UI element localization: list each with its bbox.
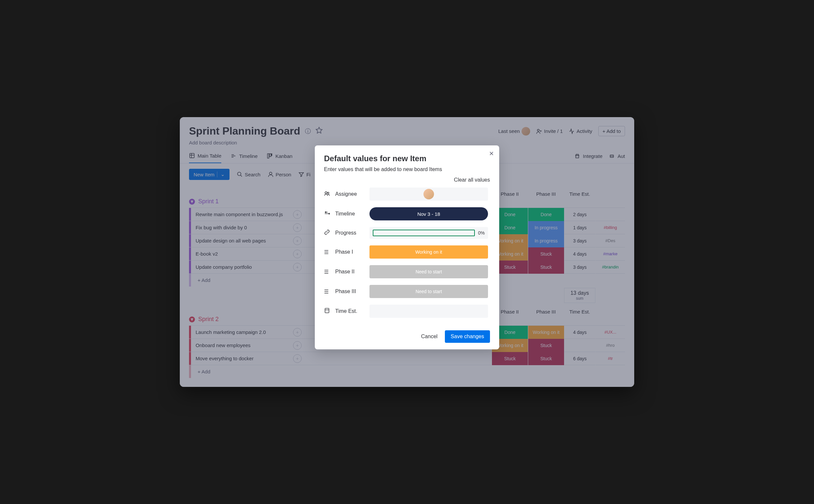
progress-pct: 0% <box>478 230 485 236</box>
people-icon <box>324 190 331 198</box>
progress-bar <box>373 230 475 236</box>
list-icon: ☰ <box>324 269 331 275</box>
save-button[interactable]: Save changes <box>445 330 490 343</box>
link-icon <box>324 229 331 237</box>
modal-title: Default values for new Item <box>324 154 490 163</box>
phase2-value[interactable]: Need to start <box>369 265 488 278</box>
svg-point-10 <box>325 192 327 194</box>
avatar <box>423 189 434 199</box>
calculator-icon <box>324 308 331 315</box>
progress-value[interactable]: 0% <box>369 227 488 239</box>
list-icon: ☰ <box>324 249 331 255</box>
phase3-value[interactable]: Need to start <box>369 285 488 298</box>
timeline-value[interactable]: Nov 3 - 18 <box>369 207 488 220</box>
svg-point-11 <box>328 192 329 194</box>
progress-label: Progress <box>335 230 365 236</box>
close-icon[interactable]: ✕ <box>489 150 494 157</box>
cancel-button[interactable]: Cancel <box>421 334 438 340</box>
time-est-value[interactable] <box>369 305 488 318</box>
phase2-label: Phase II <box>335 269 365 275</box>
assignee-value[interactable] <box>369 188 488 201</box>
phase1-label: Phase I <box>335 249 365 255</box>
modal-subtitle: Enter values that will be added to new b… <box>324 166 490 172</box>
assignee-label: Assignee <box>335 191 365 197</box>
timeline-icon <box>324 210 331 217</box>
default-values-modal: ✕ Default values for new Item Enter valu… <box>315 145 499 349</box>
svg-rect-12 <box>325 308 329 313</box>
clear-all-link[interactable]: Clear all values <box>324 177 490 183</box>
time-est-label: Time Est. <box>335 308 365 314</box>
phase1-value[interactable]: Working on it <box>369 245 488 259</box>
list-icon: ☰ <box>324 289 331 295</box>
phase3-label: Phase III <box>335 289 365 294</box>
timeline-label: Timeline <box>335 211 365 217</box>
